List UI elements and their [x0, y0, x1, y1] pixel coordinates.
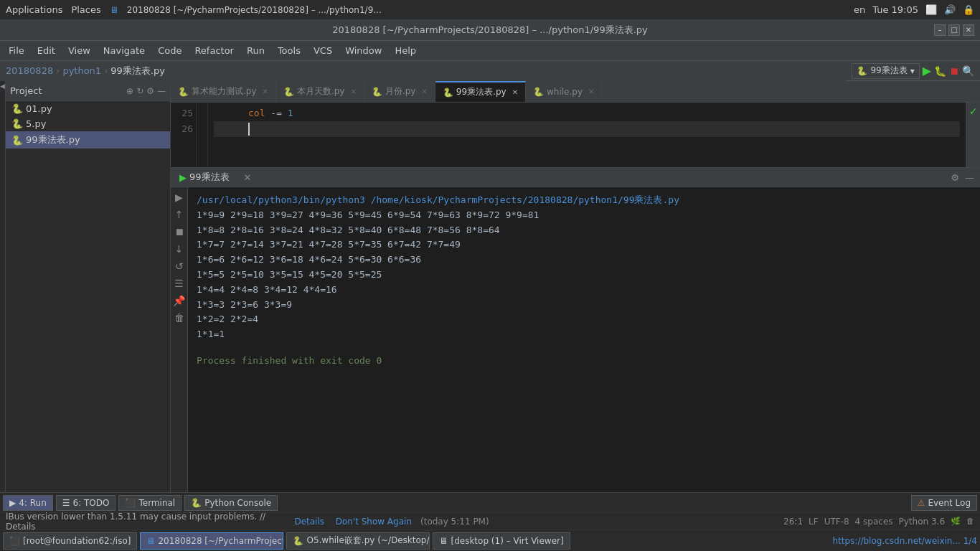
tab-while[interactable]: 🐍 while.py ✕ — [526, 81, 602, 103]
run-panel-close-icon[interactable]: — — [965, 172, 974, 183]
event-log-btn[interactable]: ⚠ Event Log — [911, 495, 977, 511]
command-line: /usr/local/python3/bin/python3 /home/kio… — [197, 193, 971, 208]
menu-window[interactable]: Window — [339, 44, 387, 57]
menu-file[interactable]: File — [3, 44, 30, 57]
window-task-pycharm[interactable]: 🖥 20180828 [~/PycharmProjects/2... — [140, 532, 283, 550]
tab-close-yuetian[interactable]: ✕ — [350, 88, 356, 95]
run-panel-gear-icon[interactable]: ⚙ — [951, 172, 959, 183]
python-version: Python 3.6 — [899, 517, 946, 527]
menu-navigate[interactable]: Navigate — [98, 44, 151, 57]
breadcrumb-folder[interactable]: python1 — [62, 65, 101, 76]
window-task-terminal[interactable]: ⬛ [root@foundation62:/iso] — [3, 532, 137, 550]
tree-item-99[interactable]: 🐍 99乘法表.py — [6, 131, 170, 149]
tab-99[interactable]: 🐍 99乘法表.py ✕ — [435, 81, 526, 103]
terminal-btn[interactable]: ⬛ Terminal — [118, 495, 182, 511]
menu-help[interactable]: Help — [389, 44, 422, 57]
code-valid-icon: ✓ — [969, 105, 978, 117]
tree-item-01py[interactable]: 🐍 01.py — [6, 101, 170, 116]
trash-icon: 🗑 — [966, 517, 974, 526]
volume-icon[interactable]: 🔊 — [944, 4, 956, 15]
menu-view[interactable]: View — [62, 44, 96, 57]
run-panel-header: ▶ 99乘法表 ✕ ⚙ — — [171, 167, 980, 187]
run-play-btn[interactable]: ▶ — [172, 190, 187, 204]
search-button[interactable]: 🔍 — [962, 65, 974, 77]
csdn-link[interactable]: https://blog.csdn.net/weixin... 1/4 — [832, 536, 977, 546]
project-panel: Project ⊕ ↻ ⚙ — 🐍 01.py 🐍 5.py — [6, 81, 171, 492]
debug-button[interactable]: 🐛 — [934, 65, 946, 77]
output-line-8: 1*2=2 2*2=4 — [197, 312, 971, 327]
run-tab-label[interactable]: ▶ 99乘法表 — [176, 171, 232, 184]
project-sync-icon[interactable]: ↻ — [136, 86, 143, 96]
tab-bar: 🐍 算术能力测试.py ✕ 🐍 本月天数.py ✕ 🐍 月份.py ✕ 🐍 99… — [171, 81, 980, 103]
tab-close-suanshu[interactable]: ✕ — [263, 88, 268, 95]
bottom-toolbar: ▶ 4: Run ☰ 6: TODO ⬛ Terminal 🐍 Python C… — [0, 492, 980, 512]
notification-details-link[interactable]: Details — [294, 517, 324, 527]
line-numbers: 25 26 — [171, 103, 197, 167]
window-indicator: 🖥 — [110, 5, 118, 15]
tab-yuetian[interactable]: 🐍 本月天数.py ✕ — [276, 81, 364, 103]
run-pin-btn[interactable]: 📌 — [172, 293, 187, 308]
run-button[interactable]: ▶ — [923, 64, 931, 77]
project-add-icon[interactable]: ⊕ — [126, 86, 133, 96]
window-task-while[interactable]: 🐍 O5.while嵌套.py (~/Desktop/2pyt... — [286, 532, 430, 550]
stop-button[interactable]: ⏹ — [949, 65, 959, 77]
file-icon: 🐍 — [11, 103, 23, 114]
places-menu[interactable]: Places — [71, 4, 100, 15]
encoding: UTF-8 — [824, 517, 849, 527]
output-line-9: 1*1=1 — [197, 327, 971, 342]
tab-yuefen[interactable]: 🐍 月份.py ✕ — [364, 81, 435, 103]
tree-item-5py[interactable]: 🐍 5.py — [6, 116, 170, 131]
power-icon[interactable]: 🔒 — [963, 4, 974, 15]
tab-icon: 🐍 — [178, 87, 189, 97]
breadcrumb-file[interactable]: 99乘法表.py — [110, 65, 165, 77]
todo-panel-btn[interactable]: ☰ 6: TODO — [56, 495, 116, 511]
minimize-button[interactable]: – — [934, 24, 946, 36]
run-panel-icon: ▶ — [9, 498, 16, 508]
close-run-tab-icon[interactable]: ✕ — [244, 172, 252, 183]
title-bar: 20180828 [~/PycharmProjects/20180828] – … — [0, 19, 980, 41]
breadcrumb-run-row: 20180828 › python1 › 99乘法表.py 🐍 99乘法表 ▾ … — [0, 61, 980, 81]
tab-suanshu[interactable]: 🐍 算术能力测试.py ✕ — [171, 81, 276, 103]
tab-close-99[interactable]: ✕ — [512, 88, 518, 96]
run-up-btn[interactable]: ↑ — [172, 207, 187, 222]
menu-refactor[interactable]: Refactor — [189, 44, 240, 57]
system-bar: Applications Places 🖥 20180828 [~/Pychar… — [0, 0, 980, 19]
run-trash-btn[interactable]: 🗑 — [172, 311, 187, 325]
file-icon-2: 🐍 — [11, 118, 23, 129]
run-down-btn[interactable]: ↓ — [172, 242, 187, 256]
dont-show-link[interactable]: Don't Show Again — [330, 517, 412, 527]
run-rerun-btn[interactable]: ↺ — [172, 259, 187, 273]
python-console-btn[interactable]: 🐍 Python Console — [184, 495, 278, 511]
breadcrumb-project[interactable]: 20180828 — [6, 65, 53, 76]
todo-icon: ☰ — [62, 498, 70, 508]
tab-close-while[interactable]: ✕ — [588, 88, 594, 95]
run-panel-btn[interactable]: ▶ 4: Run — [3, 495, 53, 511]
window-task-virt[interactable]: 🖥 [desktop (1) – Virt Viewer] — [433, 532, 570, 550]
while-task-icon: 🐍 — [293, 536, 303, 546]
process-finished-line: Process finished with exit code 0 — [197, 354, 971, 369]
menu-run[interactable]: Run — [241, 44, 270, 57]
pycharm-task-icon: 🖥 — [146, 536, 155, 546]
virt-task-icon: 🖥 — [439, 536, 448, 546]
maximize-button[interactable]: □ — [948, 24, 960, 36]
project-minimize-icon[interactable]: — — [157, 86, 166, 96]
window-path: 20180828 [~/PycharmProjects/20180828] – … — [127, 5, 382, 15]
menu-tools[interactable]: Tools — [272, 44, 306, 57]
run-config-dropdown[interactable]: 🐍 99乘法表 ▾ — [852, 63, 919, 79]
run-stop-btn[interactable]: ⏹ — [172, 225, 187, 239]
terminal-icon: ⬛ — [125, 498, 136, 508]
lang-indicator[interactable]: en — [854, 4, 865, 15]
project-settings-icon[interactable]: ⚙ — [146, 86, 154, 96]
run-config-area: 🐍 99乘法表 ▾ ▶ 🐛 ⏹ 🔍 — [846, 63, 980, 79]
screen-icon[interactable]: ⬜ — [925, 4, 937, 15]
code-line-26[interactable] — [214, 121, 960, 137]
run-list-btn[interactable]: ☰ — [172, 276, 187, 291]
run-panel: ▶ 99乘法表 ✕ ⚙ — ▶ ↑ ⏹ ↓ ↺ — [171, 167, 980, 492]
tab-icon-2: 🐍 — [283, 87, 294, 97]
menu-edit[interactable]: Edit — [32, 44, 61, 57]
menu-vcs[interactable]: VCS — [308, 44, 338, 57]
close-button[interactable]: ✕ — [963, 24, 974, 36]
applications-menu[interactable]: Applications — [6, 4, 62, 15]
menu-code[interactable]: Code — [152, 44, 187, 57]
tab-close-yuefen[interactable]: ✕ — [421, 88, 427, 95]
